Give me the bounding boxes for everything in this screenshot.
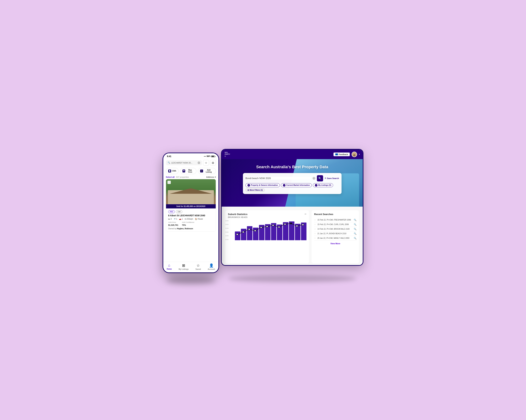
bookmark-button[interactable]: ☆ [203,160,209,166]
wifi-icon: WiFi [207,155,210,157]
chart-bar [289,221,294,240]
chart-bar [301,223,306,240]
property-card[interactable]: Sold for $1,455,000 on 20/10/2020 PI/O C… [166,179,216,232]
cma-icon: 📄 [168,170,171,173]
search-icon[interactable]: 🔍 [354,237,356,239]
account-icon: 👤 [209,263,214,268]
phone-search-box[interactable]: 🔍 LEICHARDT NSW 20... × [166,160,202,165]
select-all-button[interactable]: Select all [166,176,175,178]
phone-search-row: 🔍 LEICHARDT NSW 20... × ☆ ⊟ [163,159,218,167]
filter-my-listings[interactable]: ✓ My Listings (X) [313,183,333,187]
search-button[interactable]: 🔍 [317,175,323,181]
badge-cmi: CMI [176,210,182,213]
tablet-shadow [228,275,356,282]
chevron-down-icon: ▾ [215,176,216,178]
nav-saved[interactable]: ☆ Saved [195,263,201,270]
property-image: Sold for $1,455,000 on 20/10/2020 [166,179,216,208]
check-icon: ✓ [247,184,250,186]
save-search-star-icon: ☆ [324,177,326,179]
tablet-header: NAL PERTY C Feedback ▾ [222,150,363,159]
nav-account[interactable]: 👤 Account [208,263,215,270]
suburb-name: BRUNSWICK HEADS [228,216,248,218]
search-input-row: × 🔍 ☆ Save Search [245,175,339,181]
search-icon[interactable]: 🔍 [354,228,356,230]
baths-feature: 🚿 1 [173,218,177,220]
feedback-flag-icon [335,154,338,155]
chart-bar [277,225,282,240]
bath-icon: 🚿 [173,218,176,220]
saved-icon: ☆ [197,263,200,268]
edit-icon[interactable]: ✏ [305,213,306,215]
clock: 9:41 [167,155,171,158]
nav-home[interactable]: ⌂ Home [167,263,172,270]
avm-price: AVM Price: $1,520,761 [168,221,178,226]
listings-icon: ⊞ [182,263,185,268]
property-checkbox[interactable] [167,181,171,184]
recent-search-item[interactable]: ☆ 15 Feb 22, PI+CMI, CURL CURL 2099 🔍 [314,222,356,227]
check-icon: ✓ [315,184,317,186]
phone-status-bar: 9:41 ▪▪▪ WiFi [163,153,218,159]
battery-icon [211,155,215,157]
tablet-logo: NAL PERTY C [225,152,230,157]
recent-search-item[interactable]: ☆ 21 Jan 22, PI, BONDI BEACH 2310 🔍 [314,231,356,236]
search-icon: 🔍 [168,162,170,164]
map-view-button[interactable]: 🗺 Map View [180,168,197,174]
size-icon: ⊡ [185,218,186,220]
chart-bar [247,226,253,240]
chart-y-labels: $8,000,000 $5,000,000 $5,000,000 $4,000,… [225,220,229,240]
cma-button[interactable]: 📄 CMA [166,168,179,174]
stats-title: Suburb Statistics [228,213,248,215]
property-owner: Owned by Hughes, Robinson [168,228,213,230]
chart-bar [265,224,271,240]
search-input[interactable] [245,177,311,180]
address-sort-button[interactable]: Address ▾ [206,176,216,178]
search-icon[interactable]: 🔍 [354,232,356,235]
chart-bar [283,222,288,240]
phone-bottom-nav: ⌂ Home ⊞ My Listings ☆ Saved 👤 Account [163,262,218,272]
recent-search-item[interactable]: ☆ 14 Feb 22, PI+CMI, BROOKVALE 2100 🔍 [314,227,356,231]
property-count: 647 properties [176,176,189,178]
filter-more-filters[interactable]: ⊞ More Filters (1) [245,188,265,192]
save-search-button[interactable]: ☆ Save Search [324,177,339,179]
filter-current-market[interactable]: ✓ Current Market Information [281,183,312,187]
avatar-chevron-icon[interactable]: ▾ [359,153,360,155]
bed-icon: 🛏 [168,218,170,220]
recent-search-item[interactable]: ☆ 20 Jan 22, PI+CMI, MANLY VALE 2093 🔍 [314,236,356,241]
status-icons: ▪▪▪ WiFi [204,155,215,157]
nav-my-listings[interactable]: ⊞ My Listings [179,263,189,270]
chart-bar [241,229,246,240]
recent-searches-section: Recent Searches ☆ 15 Feb 22, PI+CMI, FRE… [312,210,359,263]
phone-actions: 📄 CMA 🗺 Map View ➕ Add Listing [163,167,218,175]
star-icon: ☆ [314,237,316,239]
star-icon: ☆ [314,232,316,235]
property-address: 8 Albert St LEICHHARDT NSW 2040 [168,214,213,217]
search-icon[interactable]: 🔍 [354,223,356,226]
add-icon: ➕ [200,170,203,173]
tablet-hero: Search Australia's Best Property Data × … [222,159,363,207]
add-listing-button[interactable]: ➕ Add Listing [198,168,216,174]
chart-bar [295,224,300,240]
tablet-header-right: Feedback ▾ [334,152,360,157]
avm-confidence: AVM Confidence: 75% [182,221,194,226]
view-more-button[interactable]: View More [314,242,356,245]
filter-property-owners[interactable]: ✓ Property & Owners Information [245,183,280,187]
badge-pio: PI/O [168,210,175,213]
chart-bar [253,228,258,240]
hero-title: Search Australia's Best Property Data [256,164,328,169]
clear-icon[interactable]: × [198,162,200,164]
feedback-button[interactable]: Feedback [334,153,350,156]
search-value: LEICHARDT NSW 20... [171,162,192,164]
map-icon: 🗺 [182,170,185,173]
search-icon[interactable]: 🔍 [354,219,356,221]
filter-chips: ✓ Property & Owners Information ✓ Curren… [245,183,339,192]
property-details: PI/O CMI 8 Albert St LEICHHARDT NSW 2040… [166,208,216,231]
recent-search-item[interactable]: ☆ 15 Feb 22, PI+CMI, FRESHWATER 2096 🔍 [314,218,356,222]
beds-feature: 🛏 3 [168,218,172,220]
filter-button[interactable]: ⊟ [210,160,216,166]
star-icon: ☆ [314,219,316,221]
property-avm: AVM Price: $1,520,761 AVM Confidence: 75… [168,221,213,226]
battery-fill [212,156,214,157]
home-icon: ⌂ [168,263,170,267]
clear-search-button[interactable]: × [313,177,315,180]
avatar-head [353,154,355,156]
